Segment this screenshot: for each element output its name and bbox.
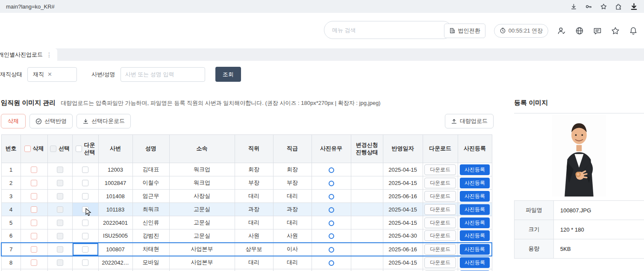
position: 과장 <box>235 203 273 216</box>
header-right: 법인전환 00:55:21 연장 <box>444 13 638 48</box>
select-all-checkbox[interactable] <box>50 146 56 152</box>
favorites-star-icon[interactable] <box>611 26 620 36</box>
empno-name-input[interactable] <box>121 67 205 82</box>
row-photo-register-button[interactable]: 사진등록 <box>460 204 490 215</box>
menu-search-box[interactable] <box>324 21 452 39</box>
select-checkbox[interactable] <box>57 233 63 239</box>
row-photo-register-button[interactable]: 사진등록 <box>460 244 490 255</box>
row-photo-register-button[interactable]: 사진등록 <box>460 257 490 268</box>
download-select-checkbox[interactable] <box>82 180 88 186</box>
bookmark-star-icon[interactable] <box>600 3 607 10</box>
session-timer[interactable]: 00:55:21 연장 <box>494 24 548 38</box>
select-checkbox[interactable] <box>57 246 63 253</box>
download-select-checkbox[interactable] <box>82 246 88 253</box>
globe-icon[interactable] <box>575 26 584 36</box>
delete-checkbox[interactable] <box>31 259 37 266</box>
select-checkbox[interactable] <box>57 167 63 173</box>
department: 사업본부 <box>169 243 235 256</box>
bulk-upload-button[interactable]: 대량업로드 <box>445 114 494 128</box>
row-download-button[interactable]: 다운로드 <box>424 244 456 255</box>
browser-bar: main?lang=ko_KR# <box>0 0 644 13</box>
applied-date: 2025-04-15 <box>383 176 423 190</box>
delete-checkbox[interactable] <box>31 220 37 226</box>
screen: main?lang=ko_KR# <box>0 0 644 271</box>
downloads-icon[interactable] <box>570 3 577 10</box>
download-select-checkbox[interactable] <box>82 167 88 173</box>
section-title: 임직원 이미지 관리 <box>1 99 56 107</box>
rank: 과장 <box>273 203 312 216</box>
password-key-icon[interactable] <box>585 3 592 10</box>
photo-exists-icon <box>329 194 334 200</box>
delete-checkbox[interactable] <box>31 233 37 239</box>
chip-remove-icon[interactable]: ✕ <box>47 71 52 77</box>
row-photo-register-button[interactable]: 사진등록 <box>460 191 490 202</box>
employment-status-select[interactable]: 재직 ✕ <box>27 67 77 82</box>
corporate-switch-button[interactable]: 법인전환 <box>444 24 485 38</box>
row-photo-register-button[interactable]: 사진등록 <box>460 230 490 241</box>
delete-all-checkbox[interactable] <box>24 146 31 152</box>
menu-search-input[interactable] <box>332 27 444 33</box>
user-icon[interactable] <box>557 26 566 36</box>
download-select-checkbox[interactable] <box>82 259 88 266</box>
row-download-button[interactable]: 다운로드 <box>424 204 456 215</box>
delete-checkbox[interactable] <box>31 246 37 253</box>
download-select-checkbox[interactable] <box>82 233 88 239</box>
position: 대리 <box>235 216 273 229</box>
row-number: 6 <box>1 229 21 243</box>
info-value: 5KB <box>554 239 644 259</box>
change-request-status <box>351 229 383 243</box>
row-number: 2 <box>1 176 21 190</box>
select-checkbox[interactable] <box>57 220 63 226</box>
row-download-button[interactable]: 다운로드 <box>424 164 456 175</box>
change-request-status <box>351 176 383 190</box>
select-checkbox[interactable] <box>57 259 63 266</box>
row-number: 5 <box>1 216 21 229</box>
active-download-icon[interactable] <box>630 3 638 11</box>
tab-photo-upload[interactable]: 개인별사진업로드 ⋮ <box>0 48 57 61</box>
department: 워크업 <box>169 176 235 190</box>
download-select-all-checkbox[interactable] <box>76 146 82 152</box>
row-download-button[interactable]: 다운로드 <box>424 178 456 188</box>
download-select-checkbox[interactable] <box>82 220 88 226</box>
table-row: 9240109이카드사업본부주임주임2025-04-15다운로드사진등록 <box>1 269 492 271</box>
tab-menu-kebab-icon[interactable]: ⋮ <box>46 51 52 58</box>
employee-name: 강범진 <box>132 229 169 243</box>
delete-checkbox[interactable] <box>31 180 37 186</box>
row-download-button[interactable]: 다운로드 <box>424 230 456 241</box>
employment-status-label: 재직상태 <box>0 71 22 78</box>
chat-icon[interactable] <box>593 26 602 36</box>
delete-checkbox[interactable] <box>31 193 37 200</box>
rank: 회장 <box>273 163 312 176</box>
select-checkbox[interactable] <box>57 206 63 213</box>
position: 회장 <box>235 163 273 176</box>
download-select-checkbox[interactable] <box>82 193 88 200</box>
notification-bell-icon[interactable] <box>629 26 638 36</box>
row-download-button[interactable]: 다운로드 <box>424 217 456 228</box>
delete-checkbox[interactable] <box>31 167 37 173</box>
select-checkbox[interactable] <box>57 193 63 200</box>
delete-checkbox[interactable] <box>31 206 37 213</box>
header-select: 선택 <box>47 135 72 163</box>
address-bar[interactable]: main?lang=ko_KR# <box>6 3 55 10</box>
header-empno: 사번 <box>98 135 132 163</box>
image-info-table: 파일명100807.JPG크기120 * 180용량5KB <box>514 200 644 259</box>
extensions-icon[interactable] <box>615 3 622 10</box>
row-download-button[interactable]: 다운로드 <box>424 191 456 202</box>
employee-name: 김대표 <box>132 163 169 176</box>
delete-button[interactable]: 삭제 <box>1 114 26 128</box>
section-description: 대량업로드는 압축파일만 가능하며, 파일명은 등록 직원의 사번과 일치해야합… <box>61 99 380 107</box>
download-icon <box>82 118 89 125</box>
row-download-button[interactable]: 다운로드 <box>424 257 456 268</box>
apply-selected-button[interactable]: 선택반영 <box>29 114 73 128</box>
download-select-checkbox[interactable] <box>82 206 88 213</box>
download-selected-button[interactable]: 선택다운로드 <box>76 114 131 128</box>
search-button[interactable]: 조회 <box>215 67 241 82</box>
select-checkbox[interactable] <box>57 180 63 186</box>
employee-name: 신인류 <box>132 216 169 229</box>
row-photo-register-button[interactable]: 사진등록 <box>460 217 490 228</box>
registered-image-panel: 등록 이미지 <box>514 99 644 271</box>
row-photo-register-button[interactable]: 사진등록 <box>460 178 490 188</box>
row-photo-register-button[interactable]: 사진등록 <box>460 164 490 175</box>
employee-name: 엄근무 <box>132 190 169 203</box>
department: 고문실 <box>169 203 235 216</box>
